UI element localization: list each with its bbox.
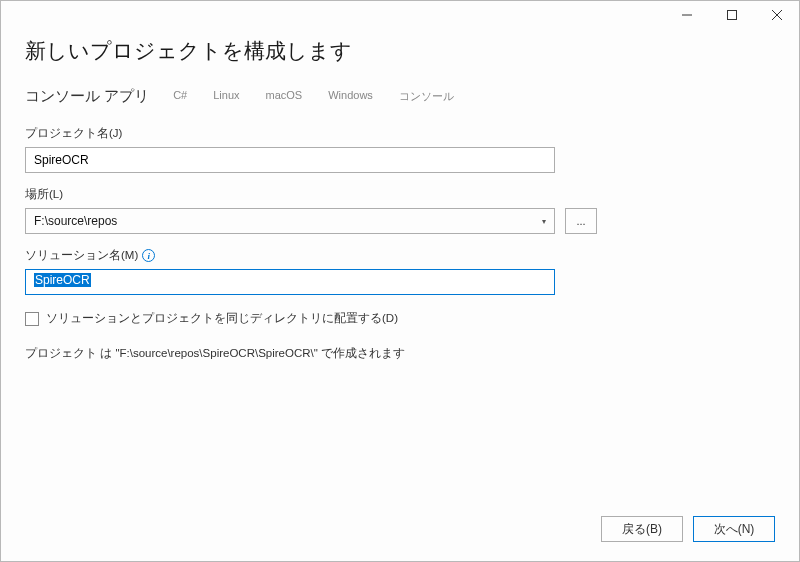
solution-name-input[interactable]: SpireOCR	[25, 269, 555, 295]
info-icon[interactable]: i	[142, 249, 155, 262]
page-title: 新しいプロジェクトを構成します	[25, 37, 775, 65]
location-combobox[interactable]: F:\source\repos ▾	[25, 208, 555, 234]
location-value: F:\source\repos	[34, 214, 117, 228]
project-name-field: プロジェクト名(J)	[25, 126, 775, 173]
location-label: 場所(L)	[25, 187, 775, 202]
titlebar	[1, 1, 799, 31]
same-directory-label: ソリューションとプロジェクトを同じディレクトリに配置する(D)	[46, 311, 398, 326]
back-button[interactable]: 戻る(B)	[601, 516, 683, 542]
dialog-content: 新しいプロジェクトを構成します コンソール アプリ C# Linux macOS…	[1, 31, 799, 511]
maximize-button[interactable]	[709, 1, 754, 29]
dialog-window: 新しいプロジェクトを構成します コンソール アプリ C# Linux macOS…	[0, 0, 800, 562]
browse-button[interactable]: ...	[565, 208, 597, 234]
same-directory-checkbox[interactable]	[25, 312, 39, 326]
project-template-name: コンソール アプリ	[25, 87, 149, 106]
chevron-down-icon: ▾	[542, 217, 546, 226]
solution-name-label: ソリューション名(M) i	[25, 248, 775, 263]
project-name-label: プロジェクト名(J)	[25, 126, 775, 141]
dialog-footer: 戻る(B) 次へ(N)	[1, 511, 799, 561]
tag: macOS	[258, 87, 311, 106]
close-button[interactable]	[754, 1, 799, 29]
solution-name-field: ソリューション名(M) i SpireOCR	[25, 248, 775, 295]
template-tags: C# Linux macOS Windows コンソール	[165, 87, 462, 106]
tag: Linux	[205, 87, 247, 106]
solution-name-selected-text: SpireOCR	[34, 273, 91, 287]
subtitle-row: コンソール アプリ C# Linux macOS Windows コンソール	[25, 87, 775, 106]
minimize-button[interactable]	[664, 1, 709, 29]
tag: Windows	[320, 87, 381, 106]
project-name-input[interactable]	[25, 147, 555, 173]
creation-path-info: プロジェクト は "F:\source\repos\SpireOCR\Spire…	[25, 346, 775, 361]
tag: C#	[165, 87, 195, 106]
location-field: 場所(L) F:\source\repos ▾ ...	[25, 187, 775, 234]
tag: コンソール	[391, 87, 462, 106]
next-button[interactable]: 次へ(N)	[693, 516, 775, 542]
window-controls	[664, 1, 799, 29]
same-directory-checkbox-row: ソリューションとプロジェクトを同じディレクトリに配置する(D)	[25, 311, 775, 326]
svg-rect-1	[727, 11, 736, 20]
